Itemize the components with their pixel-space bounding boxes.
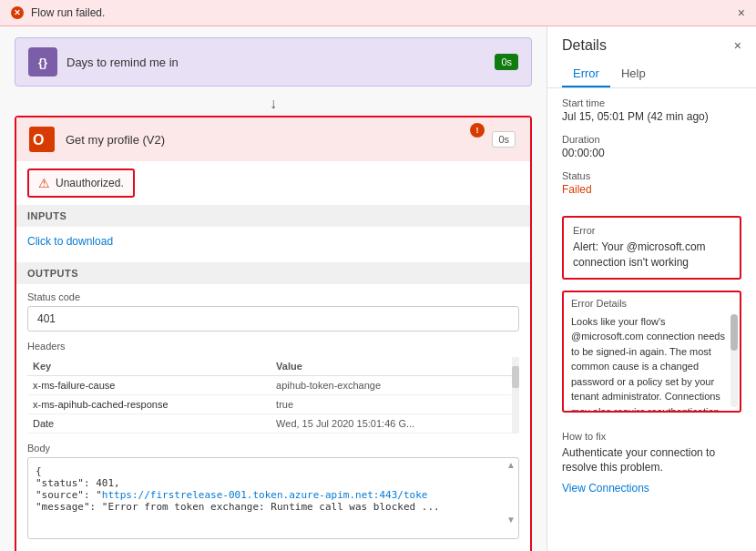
header-value-cell: Wed, 15 Jul 2020 15:01:46 G... <box>271 414 519 434</box>
start-time-val: Jul 15, 05:01 PM (42 min ago) <box>562 110 741 123</box>
headers-scrollbar-thumb <box>512 366 519 388</box>
body-code-text: "source": " <box>36 489 102 501</box>
headers-label: Headers <box>27 341 519 352</box>
outputs-header: OUTPUTS <box>16 262 530 284</box>
error-details-content: Looks like your flow's @microsoft.com co… <box>564 311 740 411</box>
unauthorized-box: ⚠ Unauthorized. <box>27 168 135 198</box>
error-details-scroll-wrap: Looks like your flow's @microsoft.com co… <box>564 311 740 411</box>
error-circle-icon: ✕ <box>11 6 24 19</box>
table-row: DateWed, 15 Jul 2020 15:01:46 G... <box>27 414 519 434</box>
panel-close-button[interactable]: × <box>734 38 741 53</box>
col-value: Value <box>271 357 519 376</box>
inputs-header: INPUTS <box>16 205 530 227</box>
error-details-box: Error Details Looks like your flow's @mi… <box>562 291 741 413</box>
status-key: Status <box>562 170 741 181</box>
error-details-scrollbar-track <box>730 314 738 407</box>
outputs-content: Status code 401 Headers Key Value <box>16 284 530 546</box>
click-download-link[interactable]: Click to download <box>27 235 113 248</box>
header-key-cell: Date <box>27 414 271 434</box>
error-details-scrollbar-thumb <box>730 314 738 351</box>
banner-text: Flow run failed. <box>31 6 105 19</box>
profile-title: Get my profile (V2) <box>66 133 483 147</box>
start-time-row: Start time Jul 15, 05:01 PM (42 min ago) <box>562 97 741 123</box>
right-panel-header: Details × <box>547 26 756 54</box>
how-to-fix-text: Authenticate your connection to resolve … <box>562 445 741 476</box>
duration-row: Duration 00:00:00 <box>562 134 741 159</box>
body-scroll-arrows: ▲ ▼ <box>506 461 516 525</box>
header-value-cell: apihub-token-exchange <box>271 376 519 395</box>
profile-header: O Get my profile (V2) ! 0s <box>16 117 530 161</box>
body-scroll-up[interactable]: ▲ <box>506 461 516 470</box>
header-key-cell: x-ms-failure-cause <box>27 376 271 395</box>
body-code-line: "message": "Error from token exchange: R… <box>36 501 511 513</box>
right-panel: Details × Error Help Start time Jul 15, … <box>547 26 756 551</box>
days-remind-block: {} Days to remind me in 0s <box>15 37 532 87</box>
tabs-row: Error Help <box>547 54 756 88</box>
headers-table: Key Value x-ms-failure-causeapihub-token… <box>27 357 519 434</box>
col-key: Key <box>27 357 271 376</box>
unauthorized-text: Unauthorized. <box>56 177 124 189</box>
error-box-title: Error <box>573 225 730 236</box>
details-title: Details <box>562 37 607 54</box>
svg-text:O: O <box>33 132 44 148</box>
days-icon: {} <box>28 47 57 77</box>
detail-section: Start time Jul 15, 05:01 PM (42 min ago)… <box>547 88 756 216</box>
tab-error[interactable]: Error <box>562 61 610 87</box>
status-val: Failed <box>562 183 741 196</box>
outputs-section: OUTPUTS Status code 401 Headers Key Valu… <box>16 262 530 546</box>
error-banner: ✕ Flow run failed. × <box>0 0 756 26</box>
error-details-scrollbar[interactable] <box>730 314 738 407</box>
inputs-content: Click to download <box>16 227 530 255</box>
body-scroll-wrap: { "status": 401, "source": "https://firs… <box>27 457 519 539</box>
profile-block: O Get my profile (V2) ! 0s ⚠ Unauthorize… <box>15 116 532 551</box>
inputs-section: INPUTS Click to download <box>16 205 530 255</box>
warn-icon: ⚠ <box>38 176 50 190</box>
left-panel: {} Days to remind me in 0s ↓ O Get my pr… <box>0 26 547 551</box>
error-alert-box: Error Alert: Your @microsoft.com connect… <box>562 216 741 280</box>
banner-close-button[interactable]: × <box>738 5 745 20</box>
profile-time-badge: 0s <box>492 131 516 148</box>
error-alert-text: Alert: Your @microsoft.com connection is… <box>573 240 730 270</box>
status-code-value: 401 <box>27 306 519 332</box>
view-connections-link[interactable]: View Connections <box>562 482 649 495</box>
body-code-line: "status": 401, <box>36 477 511 489</box>
profile-error-badge: ! <box>470 123 485 138</box>
body-code-line: "source": "https://firstrelease-001.toke… <box>36 489 511 501</box>
how-to-fix-section: How to fix Authenticate your connection … <box>547 423 756 503</box>
main-layout: {} Days to remind me in 0s ↓ O Get my pr… <box>0 26 756 551</box>
error-details-title: Error Details <box>564 292 740 311</box>
tab-help[interactable]: Help <box>610 61 657 87</box>
days-icon-symbol: {} <box>38 56 47 69</box>
header-key-cell: x-ms-apihub-cached-response <box>27 395 271 414</box>
body-label: Body <box>27 443 519 454</box>
body-code-box: { "status": 401, "source": "https://firs… <box>27 457 519 539</box>
table-row: x-ms-failure-causeapihub-token-exchange <box>27 376 519 395</box>
duration-val: 00:00:00 <box>562 147 741 159</box>
days-time-badge: 0s <box>495 54 518 70</box>
body-scroll-down[interactable]: ▼ <box>506 515 516 525</box>
headers-table-wrap: Key Value x-ms-failure-causeapihub-token… <box>27 357 519 434</box>
status-code-label: Status code <box>27 291 519 302</box>
start-time-key: Start time <box>562 97 741 108</box>
how-to-fix-label: How to fix <box>562 431 741 442</box>
office365-icon: O <box>27 125 56 154</box>
connector-arrow: ↓ <box>15 96 532 112</box>
header-value-cell: true <box>271 395 519 414</box>
body-code-link[interactable]: https://firstrelease-001.token.azure-api… <box>102 489 428 501</box>
body-code-line: { <box>36 465 511 477</box>
duration-key: Duration <box>562 134 741 145</box>
days-label: Days to remind me in <box>66 56 485 69</box>
table-row: x-ms-apihub-cached-responsetrue <box>27 395 519 414</box>
status-row: Status Failed <box>562 170 741 196</box>
headers-scrollbar[interactable] <box>512 357 519 434</box>
